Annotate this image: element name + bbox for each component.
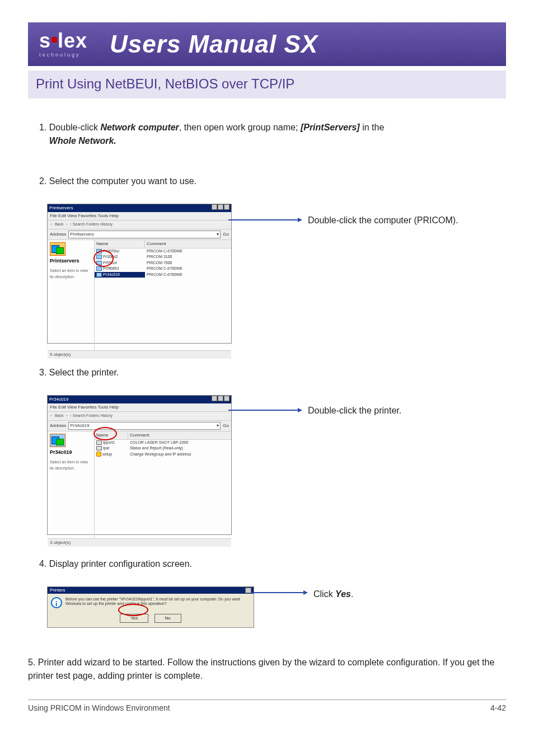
figure-row-2: Pr34c019 File Edit View Favorites Tools … [47,395,500,535]
computer-icon [96,266,102,271]
callout-circle-icon [93,250,114,267]
left-info-pane: Printservers Select an item to view its … [48,240,95,351]
address-bar: Address Pr34c019▾ Go [48,421,231,431]
list-item[interactable]: setupChange Workgroup and IP address [95,452,231,458]
col-comment[interactable]: Comment [145,240,231,248]
step-5: 5. Printer add wizard to be started. Fol… [28,656,500,683]
status-bar: 3 object(s) [48,538,231,547]
computer-large-icon [50,434,65,447]
dialog-title: Printers [50,587,65,594]
minimize-icon [212,396,217,401]
left-pane-desc: Select an item to view its description. [50,459,92,471]
step-3: 3. Select the printer. [39,366,500,379]
list-item[interactable]: Pr300d2PRICOM 3100 [95,254,231,260]
list-item[interactable]: Pr5f0853PRICOM C-6700WE [95,266,231,272]
logo: slex technology [39,31,87,58]
callout-text-3: Click Yes. [313,588,353,601]
info-icon [51,597,62,608]
page-footer: Using PRICOM in Windows Environment 4-42 [28,699,506,712]
maximize-icon [218,204,223,210]
step-4: 4. Display printer configuration screen. [39,557,500,571]
window-titlebar: Printservers [48,204,231,212]
workgroup-icon [50,242,65,256]
screenshot-computer-window: Pr34c019 File Edit View Favorites Tools … [47,395,232,535]
footer-section: Using PRICOM in Windows Environment [28,703,170,712]
go-button[interactable]: Go [223,231,229,238]
no-button[interactable]: No [154,614,181,623]
list-item-selected[interactable]: Pr34c019PRICOM C-6700WE [95,272,231,278]
logo-subtext: technology [39,52,81,58]
close-icon [224,204,229,210]
close-icon [224,396,229,401]
logo-text-right: lex [58,29,87,52]
maximize-icon [218,396,223,401]
address-label: Address [50,231,66,238]
dialog-message: Before you can use the printer "\\Pr34c0… [65,597,250,607]
footer-page-number: 4-42 [490,703,506,712]
dialog-titlebar: Printers [48,587,254,594]
window-toolbar[interactable]: ← Back → ↑ Search Folders History [48,220,231,229]
header-banner: slex technology Users Manual SX [28,22,506,66]
logo-text-left: s [39,29,51,52]
left-pane-title: Pr34c019 [50,449,92,457]
printer-icon [96,446,102,450]
settings-icon [96,452,101,457]
figure-row-1: Printservers File Edit View Favorites To… [47,204,500,344]
minimize-icon [212,204,217,210]
manual-title: Users Manual SX [110,30,318,58]
window-menubar[interactable]: File Edit View Favorites Tools Help [48,212,231,220]
step1-term2: [PrintServers] [301,123,360,132]
window-title: Pr34c019 [49,396,68,403]
list-pane: Name Comment Pr0070ccPRICOM C-6700WE Pr3… [95,240,231,351]
window-toolbar[interactable]: ← Back → ↑ Search Folders History [48,412,231,421]
address-input[interactable]: Printservers▾ [68,231,221,238]
list-item[interactable]: Pr0070ccPRICOM C-6700WE [95,248,231,255]
computer-icon [96,273,102,277]
callout-text-2: Double-click the printer. [308,404,401,417]
window-title: Printservers [49,205,73,212]
address-label: Address [50,422,66,429]
list-pane: Name Comment lpport1COLOR LASER SHOT LBP… [95,431,231,539]
left-pane-desc: Select an item to view its description. [50,268,92,280]
list-item[interactable]: Pr55bofPRICOM 7000 [95,260,231,266]
column-headers[interactable]: Name Comment [95,240,231,248]
screenshot-printers-dialog: Printers Before you can use the printer … [47,586,254,628]
callout-text-1: Double-click the computer (PRICOM). [308,214,458,227]
callout-circle-icon [93,427,117,440]
status-bar: 5 object(s) [48,350,231,359]
callout-yes: Yes [335,589,351,599]
left-pane-title: Printservers [50,257,92,265]
step1-term1: Network computer [100,123,179,132]
left-info-pane: Pr34c019 Select an item to view its desc… [48,431,95,539]
step-2: 2. Select the computer you want to use. [39,175,500,188]
window-titlebar: Pr34c019 [48,396,231,403]
callout-circle-icon [118,604,148,616]
col-comment[interactable]: Comment [128,431,231,439]
screenshot-printservers-window: Printservers File Edit View Favorites To… [47,204,232,344]
window-buttons[interactable] [211,204,229,212]
section-heading: Print Using NetBEUI, NetBIOS over TCP/IP [28,71,506,98]
address-bar: Address Printservers▾ Go [48,229,231,240]
step1-term3: Whole Network. [49,136,116,145]
list-item[interactable]: lparStatus and Report (Read-only) [95,445,231,452]
window-buttons[interactable] [211,396,229,403]
address-input[interactable]: Pr34c019▾ [68,422,221,430]
col-name[interactable]: Name [95,240,145,248]
callout-arrow-icon [228,219,301,220]
go-button[interactable]: Go [223,422,229,429]
list-item[interactable]: lpport1COLOR LASER SHOT LBP-2260 [95,440,231,446]
figure-row-3: Printers Before you can use the printer … [47,586,500,628]
callout-arrow-icon [228,410,301,411]
step-1: 1. Double-click Network computer, then o… [39,121,500,148]
window-menubar[interactable]: File Edit View Favorites Tools Help [48,403,231,412]
printer-icon [96,440,102,445]
logo-dot-icon [51,37,57,43]
content-area: 1. Double-click Network computer, then o… [0,98,534,683]
callout-arrow-icon [251,592,307,593]
